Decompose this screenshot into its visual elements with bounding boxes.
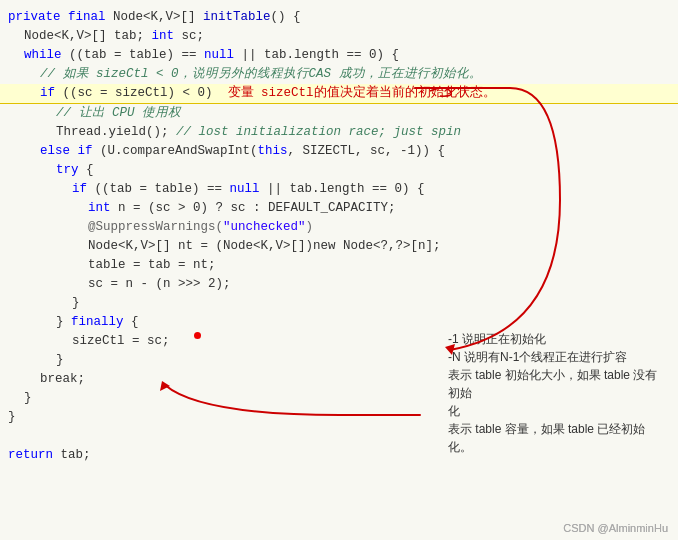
red-dot — [194, 332, 201, 339]
code-line-16: } — [0, 294, 678, 313]
code-line-13: Node<K,V>[] nt = (Node<K,V>[])new Node<?… — [0, 237, 678, 256]
code-line-8: else if (U.compareAndSwapInt( this , SIZ… — [0, 142, 678, 161]
code-container: private final Node<K,V>[] initTable () {… — [0, 0, 678, 540]
annotation-line-1: -1 说明正在初始化 — [448, 330, 668, 348]
code-line-1: private final Node<K,V>[] initTable () { — [0, 8, 678, 27]
annotation-line-4: 化 — [448, 402, 668, 420]
annotation-line-5: 表示 table 容量，如果 table 已经初始化。 — [448, 420, 668, 456]
code-line-4: // 如果 sizeCtl < 0，说明另外的线程执行CAS 成功，正在进行初始… — [0, 65, 678, 84]
code-line-2: Node<K,V>[] tab; int sc; — [0, 27, 678, 46]
code-line-3: while ((tab = table) == null || tab.leng… — [0, 46, 678, 65]
keyword-final: final — [68, 8, 106, 27]
keyword-private: private — [8, 8, 61, 27]
annotation-line-2: -N 说明有N-1个线程正在进行扩容 — [448, 348, 668, 366]
keyword-finally: finally — [71, 313, 124, 332]
code-line-7: Thread.yield(); // lost initialization r… — [0, 123, 678, 142]
code-line-10: if ((tab = table) == null || tab.length … — [0, 180, 678, 199]
watermark-text: CSDN @AlminminHu — [563, 522, 668, 534]
annotation-line-3: 表示 table 初始化大小，如果 table 没有初始 — [448, 366, 668, 402]
code-line-5: if ((sc = sizeCtl) < 0) 变量 sizeCtl的值决定着当… — [0, 84, 678, 104]
code-line-15: sc = n - (n >>> 2); — [0, 275, 678, 294]
code-line-6: // 让出 CPU 使用权 — [0, 104, 678, 123]
annotation-box: -1 说明正在初始化 -N 说明有N-1个线程正在进行扩容 表示 table 初… — [448, 330, 668, 456]
code-line-12: @SuppressWarnings( "unchecked" ) — [0, 218, 678, 237]
code-line-11: int n = (sc > 0) ? sc : DEFAULT_CAPACITY… — [0, 199, 678, 218]
code-line-9: try { — [0, 161, 678, 180]
code-line-14: table = tab = nt; — [0, 256, 678, 275]
